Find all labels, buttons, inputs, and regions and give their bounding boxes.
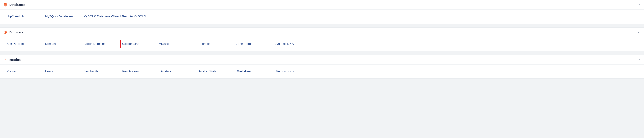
item-mysql-database-wizard[interactable]: MySQL® Database Wizard	[84, 13, 122, 20]
item-remote-mysql[interactable]: Remote MySQL®	[122, 13, 160, 20]
item-zone-editor[interactable]: Zone Editor	[236, 41, 274, 47]
panel-header-databases[interactable]: Databases	[0, 0, 644, 10]
item-dynamic-dns[interactable]: Dynamic DNS	[274, 41, 313, 47]
chevron-up-icon	[638, 31, 640, 34]
item-domains[interactable]: Domains	[45, 41, 84, 47]
database-icon	[4, 3, 7, 7]
panel-title: Metrics	[10, 58, 638, 62]
item-subdomains[interactable]: Subdomains	[120, 40, 146, 48]
item-site-publisher[interactable]: Site Publisher	[7, 41, 45, 47]
panel-metrics: Metrics Visitors Errors Bandwidth Raw Ac…	[0, 55, 644, 79]
item-bandwidth[interactable]: Bandwidth	[84, 68, 122, 74]
item-errors[interactable]: Errors	[45, 68, 84, 74]
panel-title: Databases	[10, 3, 638, 7]
item-redirects[interactable]: Redirects	[198, 41, 236, 47]
panel-header-domains[interactable]: Domains	[0, 28, 644, 37]
item-visitors[interactable]: Visitors	[7, 68, 45, 74]
item-awstats[interactable]: Awstats	[160, 68, 199, 74]
svg-point-0	[4, 3, 7, 4]
panel-domains: Domains Site Publisher Domains Addon Dom…	[0, 28, 644, 51]
panel-body-domains: Site Publisher Domains Addon Domains Sub…	[0, 37, 644, 51]
chevron-up-icon	[638, 4, 640, 6]
item-metrics-editor[interactable]: Metrics Editor	[276, 68, 314, 74]
item-raw-access[interactable]: Raw Access	[122, 68, 160, 74]
item-addon-domains[interactable]: Addon Domains	[84, 41, 122, 47]
item-phpmyadmin[interactable]: phpMyAdmin	[7, 13, 45, 20]
panel-body-metrics: Visitors Errors Bandwidth Raw Access Aws…	[0, 64, 644, 78]
chevron-up-icon	[638, 58, 640, 61]
item-aliases[interactable]: Aliases	[159, 41, 198, 47]
panel-databases: Databases phpMyAdmin MySQL® Databases My…	[0, 0, 644, 24]
panel-body-databases: phpMyAdmin MySQL® Databases MySQL® Datab…	[0, 10, 644, 24]
item-webalizer[interactable]: Webalizer	[237, 68, 276, 74]
panel-title: Domains	[10, 30, 638, 34]
chart-icon	[4, 58, 7, 62]
globe-icon	[4, 30, 7, 34]
item-analog-stats[interactable]: Analog Stats	[199, 68, 237, 74]
panel-header-metrics[interactable]: Metrics	[0, 55, 644, 64]
item-mysql-databases[interactable]: MySQL® Databases	[45, 13, 84, 20]
